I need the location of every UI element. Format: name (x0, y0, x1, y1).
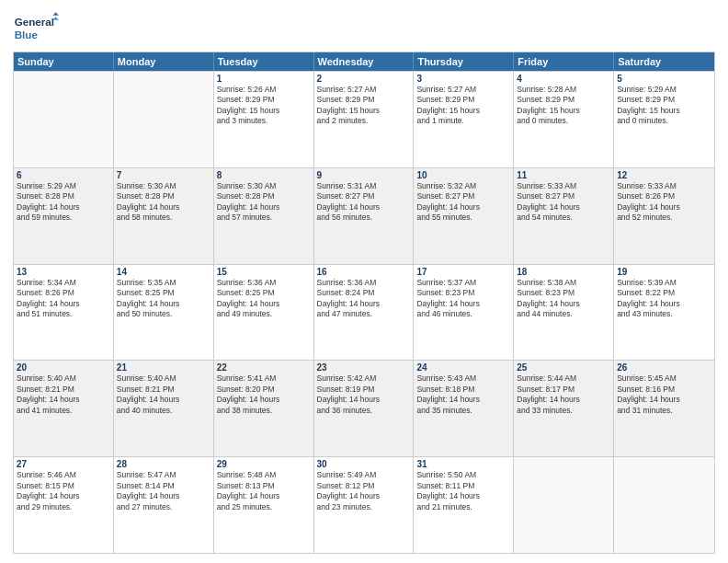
day-number: 15 (217, 267, 311, 277)
cell-line: Sunset: 8:27 PM (416, 191, 510, 201)
calendar-cell: 31Sunrise: 5:50 AMSunset: 8:11 PMDayligh… (414, 457, 514, 553)
calendar-row: 6Sunrise: 5:29 AMSunset: 8:28 PMDaylight… (14, 167, 714, 264)
cell-line: Sunrise: 5:28 AM (517, 85, 610, 95)
day-number: 16 (317, 267, 411, 277)
cell-line: and 21 minutes. (416, 502, 510, 512)
cell-line: Daylight: 14 hours (517, 395, 610, 405)
cell-line: Sunrise: 5:29 AM (617, 85, 711, 95)
cell-line: Sunrise: 5:27 AM (317, 85, 411, 95)
cell-line: Sunset: 8:23 PM (416, 288, 510, 298)
calendar-cell: 16Sunrise: 5:36 AMSunset: 8:24 PMDayligh… (314, 265, 415, 361)
cell-line: Sunrise: 5:35 AM (117, 278, 210, 288)
cell-line: Sunrise: 5:33 AM (617, 181, 711, 191)
calendar-cell: 28Sunrise: 5:47 AMSunset: 8:14 PMDayligh… (114, 457, 214, 553)
calendar-cell: 19Sunrise: 5:39 AMSunset: 8:22 PMDayligh… (614, 265, 714, 361)
day-number: 14 (117, 267, 210, 277)
calendar-cell: 21Sunrise: 5:40 AMSunset: 8:21 PMDayligh… (114, 361, 214, 456)
calendar-cell: 30Sunrise: 5:49 AMSunset: 8:12 PMDayligh… (314, 457, 415, 553)
cell-line: and 56 minutes. (317, 213, 411, 223)
calendar-cell: 1Sunrise: 5:26 AMSunset: 8:29 PMDaylight… (214, 72, 314, 167)
day-number: 10 (416, 170, 510, 180)
cell-line: Sunrise: 5:37 AM (416, 278, 510, 288)
cell-line: Sunset: 8:27 PM (517, 191, 610, 201)
calendar-cell: 7Sunrise: 5:30 AMSunset: 8:28 PMDaylight… (114, 168, 214, 264)
day-number: 19 (617, 267, 711, 277)
calendar-row: 1Sunrise: 5:26 AMSunset: 8:29 PMDaylight… (14, 71, 714, 167)
cell-line: Sunrise: 5:46 AM (17, 470, 110, 480)
cell-line: Daylight: 14 hours (617, 395, 711, 405)
cell-line: Daylight: 14 hours (117, 395, 210, 405)
cell-line: and 57 minutes. (217, 213, 311, 223)
cell-line: Sunset: 8:13 PM (217, 481, 311, 491)
cell-line: Sunset: 8:23 PM (517, 288, 610, 298)
calendar-cell: 26Sunrise: 5:45 AMSunset: 8:16 PMDayligh… (614, 361, 714, 456)
cell-line: Sunrise: 5:39 AM (617, 278, 711, 288)
calendar-cell (114, 72, 214, 167)
cell-line: Sunrise: 5:38 AM (517, 278, 610, 288)
calendar-cell: 22Sunrise: 5:41 AMSunset: 8:20 PMDayligh… (214, 361, 314, 456)
cell-line: Sunrise: 5:27 AM (416, 85, 510, 95)
day-number: 28 (117, 459, 210, 469)
cell-line: Daylight: 14 hours (117, 491, 210, 501)
day-number: 11 (517, 170, 610, 180)
calendar-cell: 14Sunrise: 5:35 AMSunset: 8:25 PMDayligh… (114, 265, 214, 361)
calendar: SundayMondayTuesdayWednesdayThursdayFrid… (13, 52, 715, 554)
cell-line: Sunrise: 5:43 AM (416, 373, 510, 384)
day-number: 27 (17, 459, 110, 469)
cell-line: Sunrise: 5:41 AM (217, 373, 311, 384)
cell-line: Daylight: 14 hours (416, 395, 510, 405)
cell-line: Daylight: 14 hours (17, 299, 110, 309)
cell-line: Daylight: 14 hours (217, 491, 311, 501)
calendar-cell: 4Sunrise: 5:28 AMSunset: 8:29 PMDaylight… (514, 72, 614, 167)
cell-line: Daylight: 15 hours (317, 106, 411, 116)
cell-line: Sunset: 8:26 PM (17, 288, 110, 298)
cell-line: Sunrise: 5:34 AM (17, 278, 110, 288)
calendar-cell (614, 457, 714, 553)
calendar-cell: 13Sunrise: 5:34 AMSunset: 8:26 PMDayligh… (14, 265, 114, 361)
cell-line: and 25 minutes. (217, 502, 311, 512)
weekday-header: Thursday (414, 52, 514, 71)
cell-line: Sunrise: 5:32 AM (416, 181, 510, 191)
header: General Blue (13, 9, 715, 46)
calendar-row: 27Sunrise: 5:46 AMSunset: 8:15 PMDayligh… (14, 456, 714, 553)
day-number: 25 (517, 362, 610, 373)
cell-line: Sunrise: 5:47 AM (117, 470, 210, 480)
cell-line: Daylight: 14 hours (17, 395, 110, 405)
calendar-cell: 5Sunrise: 5:29 AMSunset: 8:29 PMDaylight… (614, 72, 714, 167)
day-number: 23 (317, 362, 411, 373)
calendar-body: 1Sunrise: 5:26 AMSunset: 8:29 PMDaylight… (14, 71, 714, 553)
cell-line: Sunset: 8:28 PM (17, 191, 110, 201)
calendar-cell: 2Sunrise: 5:27 AMSunset: 8:29 PMDaylight… (314, 72, 415, 167)
weekday-header: Monday (114, 52, 214, 71)
cell-line: Sunrise: 5:31 AM (317, 181, 411, 191)
cell-line: Sunrise: 5:49 AM (317, 470, 411, 480)
cell-line: and 0 minutes. (517, 116, 610, 126)
calendar-row: 13Sunrise: 5:34 AMSunset: 8:26 PMDayligh… (14, 264, 714, 361)
cell-line: Daylight: 14 hours (517, 299, 610, 309)
cell-line: Sunset: 8:22 PM (617, 288, 711, 298)
day-number: 31 (416, 459, 510, 469)
cell-line: Sunrise: 5:29 AM (17, 181, 110, 191)
cell-line: Daylight: 14 hours (517, 202, 610, 213)
cell-line: and 0 minutes. (617, 116, 711, 126)
day-number: 9 (317, 170, 411, 180)
cell-line: and 27 minutes. (117, 502, 210, 512)
calendar-cell: 12Sunrise: 5:33 AMSunset: 8:26 PMDayligh… (614, 168, 714, 264)
calendar-cell: 27Sunrise: 5:46 AMSunset: 8:15 PMDayligh… (14, 457, 114, 553)
cell-line: Sunrise: 5:30 AM (217, 181, 311, 191)
cell-line: Sunset: 8:17 PM (517, 385, 610, 395)
cell-line: Sunrise: 5:42 AM (317, 373, 411, 384)
cell-line: and 33 minutes. (517, 406, 610, 416)
cell-line: and 43 minutes. (617, 309, 711, 319)
cell-line: and 54 minutes. (517, 213, 610, 223)
weekday-header: Sunday (14, 52, 114, 71)
cell-line: Daylight: 14 hours (416, 491, 510, 501)
calendar-cell: 11Sunrise: 5:33 AMSunset: 8:27 PMDayligh… (514, 168, 614, 264)
cell-line: and 59 minutes. (17, 213, 110, 223)
day-number: 13 (17, 267, 110, 277)
day-number: 26 (617, 362, 711, 373)
cell-line: Sunset: 8:21 PM (17, 385, 110, 395)
cell-line: and 51 minutes. (17, 309, 110, 319)
cell-line: Daylight: 15 hours (517, 106, 610, 116)
day-number: 22 (217, 362, 311, 373)
